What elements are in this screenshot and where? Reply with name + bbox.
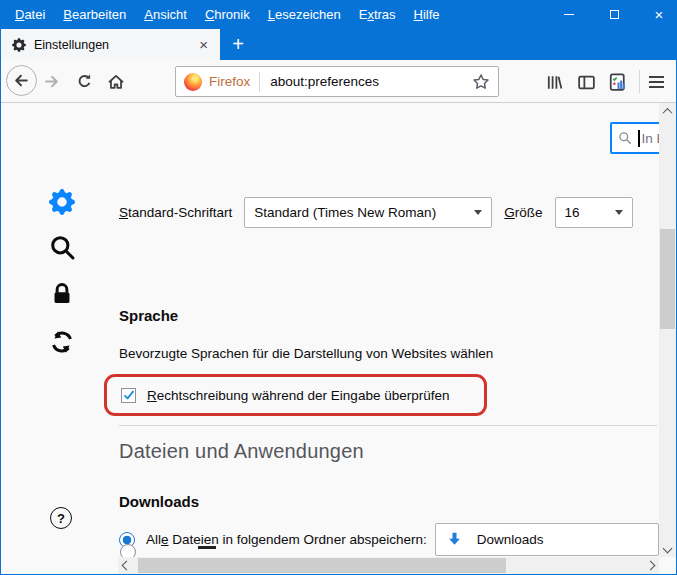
search-placeholder: In E: [642, 131, 660, 146]
maximize-icon: [610, 10, 619, 19]
navigation-toolbar: Firefox about:preferences: [1, 60, 676, 103]
menu-chronik[interactable]: Chronik: [196, 0, 259, 29]
bookmark-star-icon[interactable]: [472, 73, 490, 91]
ask-where-radio[interactable]: [120, 544, 136, 557]
forward-button[interactable]: [42, 72, 61, 91]
sidebar-toggle-button[interactable]: [576, 72, 596, 92]
menu-bar: Datei Bearbeiten Ansicht Chronik Lesezei…: [1, 0, 676, 29]
app-menu-button[interactable]: [646, 72, 666, 92]
files-heading: Dateien und Anwendungen: [119, 440, 364, 463]
new-tab-button[interactable]: +: [220, 29, 256, 60]
url-bar[interactable]: Firefox about:preferences: [175, 66, 499, 97]
annotation-highlight: Rechtschreibung während der Eingabe über…: [104, 374, 487, 416]
scroll-right-button[interactable]: [642, 557, 659, 574]
language-description: Bevorzugte Sprachen für die Darstellung …: [119, 346, 493, 361]
sidebar-item-search[interactable]: [45, 230, 79, 264]
size-select[interactable]: 16: [555, 197, 633, 228]
font-label: Standard-Schriftart: [119, 205, 232, 220]
search-icon: [618, 131, 632, 145]
clipped-text-fragment: [198, 546, 216, 549]
settings-main: Standard-Schriftart Standard (Times New …: [118, 103, 659, 557]
minimize-icon: [564, 14, 574, 15]
menu-ansicht[interactable]: Ansicht: [135, 0, 196, 29]
menu-bearbeiten[interactable]: Bearbeiten: [54, 0, 135, 29]
reload-icon: [76, 73, 93, 90]
scroll-down-button[interactable]: [659, 540, 676, 557]
lock-icon: [49, 281, 75, 307]
gear-icon: [49, 189, 75, 215]
minimize-button[interactable]: [552, 0, 586, 29]
scroll-up-button[interactable]: [659, 103, 676, 120]
hamburger-icon: [649, 76, 664, 88]
tab-title: Einstellungen: [34, 38, 195, 52]
search-icon: [49, 234, 76, 261]
vertical-scrollbar[interactable]: [659, 103, 676, 557]
toolbar-separator: [639, 70, 640, 93]
horizontal-scrollbar[interactable]: [118, 557, 659, 574]
checkmark-icon: [123, 390, 135, 401]
extension-icon: [607, 72, 627, 92]
home-icon: [107, 73, 125, 91]
settings-search-input[interactable]: In E: [610, 122, 659, 154]
gear-icon: [12, 38, 26, 52]
size-label: Größe: [504, 205, 542, 220]
menu-lesezeichen[interactable]: Lesezeichen: [259, 0, 350, 29]
back-arrow-icon: [13, 72, 30, 89]
url-address[interactable]: about:preferences: [270, 74, 472, 89]
tab-bar: Einstellungen × +: [1, 29, 676, 60]
forward-arrow-icon: [43, 73, 60, 90]
library-button[interactable]: [544, 72, 564, 92]
extension-button[interactable]: [606, 71, 627, 92]
sidebar-item-privacy[interactable]: [45, 277, 79, 311]
chevron-right-icon: [646, 561, 656, 571]
window-controls: ×: [552, 0, 676, 29]
back-button[interactable]: [6, 65, 37, 96]
section-divider: [119, 425, 657, 426]
scroll-left-button[interactable]: [118, 557, 135, 574]
reload-button[interactable]: [75, 72, 94, 91]
menu-hilfe[interactable]: Hilfe: [405, 0, 449, 29]
preferences-content: In E ? Standard-Schriftart: [1, 103, 676, 574]
home-button[interactable]: [106, 72, 125, 91]
url-brand-label: Firefox: [209, 74, 250, 89]
download-folder-display[interactable]: Downloads: [435, 523, 659, 556]
library-icon: [545, 73, 564, 92]
download-folder-value: Downloads: [477, 532, 544, 547]
chevron-down-icon: [474, 210, 482, 215]
font-row: Standard-Schriftart Standard (Times New …: [119, 197, 633, 228]
close-button[interactable]: ×: [642, 0, 676, 29]
sync-icon: [49, 329, 75, 355]
sidebar-item-general[interactable]: [45, 185, 79, 219]
spellcheck-checkbox[interactable]: [121, 388, 136, 403]
chevron-down-icon: [615, 210, 623, 215]
chevron-left-icon: [122, 561, 132, 571]
menu-datei[interactable]: Datei: [6, 0, 54, 29]
url-separator: [259, 72, 260, 92]
chevron-up-icon: [663, 108, 673, 118]
chevron-down-icon: [663, 544, 673, 554]
sidebar-icon: [577, 73, 596, 92]
firefox-logo-icon: [184, 73, 202, 91]
menu-extras[interactable]: Extras: [350, 0, 405, 29]
language-heading: Sprache: [119, 307, 178, 324]
font-select[interactable]: Standard (Times New Roman): [244, 197, 492, 228]
sidebar-item-sync[interactable]: [45, 325, 79, 359]
text-cursor: [638, 130, 640, 147]
question-icon: ?: [57, 511, 65, 526]
horizontal-scroll-thumb[interactable]: [138, 558, 506, 573]
tab-close-icon[interactable]: ×: [195, 36, 212, 53]
download-arrow-icon: [446, 531, 463, 548]
downloads-heading: Downloads: [119, 493, 199, 510]
spellcheck-label[interactable]: Rechtschreibung während der Eingabe über…: [147, 388, 449, 403]
next-option-peek: [118, 544, 358, 557]
size-select-value: 16: [565, 205, 580, 220]
firefox-window: Datei Bearbeiten Ansicht Chronik Lesezei…: [0, 0, 677, 575]
maximize-button[interactable]: [597, 0, 631, 29]
search-clip: In E: [610, 122, 659, 157]
close-icon: ×: [655, 7, 664, 22]
help-button[interactable]: ?: [50, 507, 72, 529]
font-select-value: Standard (Times New Roman): [254, 205, 436, 220]
vertical-scroll-thumb[interactable]: [660, 229, 675, 329]
tab-einstellungen[interactable]: Einstellungen ×: [1, 29, 220, 60]
